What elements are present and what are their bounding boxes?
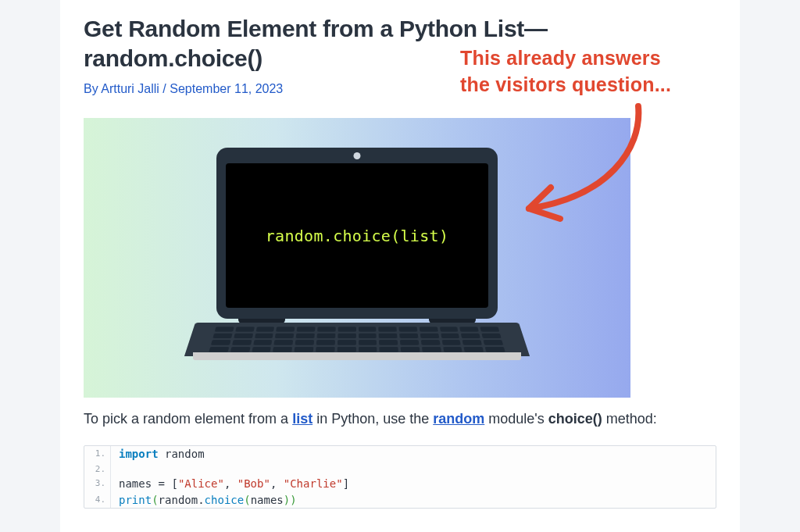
key-icon	[441, 340, 461, 345]
laptop-keyboard-deck	[184, 323, 530, 356]
code-line: 4print(random.choice(names))	[84, 492, 716, 508]
line-number: 1	[84, 446, 111, 462]
code-token: "Charlie"	[284, 477, 343, 490]
intro-text: in Python, use the	[312, 411, 433, 427]
code-token: ,	[270, 477, 284, 490]
key-icon	[420, 327, 438, 331]
code-token: =	[159, 477, 172, 490]
intro-paragraph: To pick a random element from a list in …	[84, 409, 716, 430]
code-line: 1import random	[84, 446, 716, 462]
laptop-lid: random.choice(list)	[216, 148, 498, 319]
key-icon	[380, 347, 398, 352]
key-icon	[209, 347, 229, 352]
key-icon	[316, 334, 335, 338]
laptop-illustration: random.choice(list)	[216, 148, 498, 379]
key-icon	[215, 327, 234, 331]
key-icon	[295, 347, 314, 352]
code-content: print(random.choice(names))	[111, 492, 305, 508]
key-icon	[460, 327, 479, 331]
code-token: ]	[343, 477, 349, 490]
key-icon	[273, 347, 292, 352]
key-icon	[420, 334, 439, 338]
key-icon	[484, 340, 503, 345]
code-token: random.	[159, 494, 205, 506]
key-icon	[212, 334, 232, 338]
key-icon	[399, 334, 418, 338]
code-content: import random	[111, 446, 212, 462]
intro-text: method:	[602, 411, 657, 427]
laptop-base-lip	[193, 352, 521, 360]
key-icon	[296, 334, 315, 338]
key-icon	[443, 347, 462, 352]
line-number: 2	[84, 462, 111, 476]
key-icon	[275, 334, 294, 338]
key-icon	[317, 327, 335, 331]
code-content: names = ["Alice", "Bob", "Charlie"]	[111, 476, 357, 491]
key-icon	[338, 334, 356, 338]
code-token: "Bob"	[238, 477, 270, 490]
key-icon	[276, 327, 295, 331]
link-random[interactable]: random	[433, 411, 484, 427]
code-token: [	[171, 477, 177, 490]
code-token: "Alice"	[178, 477, 224, 490]
link-list[interactable]: list	[292, 411, 312, 427]
key-icon	[480, 327, 500, 331]
code-content	[111, 462, 127, 476]
code-line: 2	[84, 462, 716, 476]
annotation-line: This already answers	[460, 45, 734, 72]
annotation-line: the visitors question...	[460, 72, 734, 98]
key-icon	[255, 327, 274, 331]
key-icon	[379, 334, 398, 338]
key-icon	[230, 347, 251, 352]
key-icon	[461, 334, 480, 338]
code-token: names	[251, 494, 284, 506]
key-icon	[235, 327, 254, 331]
key-icon	[337, 347, 355, 352]
key-icon	[464, 347, 484, 352]
author-link[interactable]: Artturi Jalli	[101, 82, 159, 95]
key-icon	[232, 340, 252, 345]
key-icon	[255, 334, 274, 338]
intro-bold: choice()	[548, 411, 602, 427]
key-icon	[253, 340, 273, 345]
key-icon	[359, 334, 377, 338]
key-icon	[379, 340, 398, 345]
key-icon	[422, 347, 441, 352]
code-token: print	[119, 494, 152, 506]
byline-sep: /	[159, 82, 170, 95]
code-token: random	[159, 448, 205, 460]
key-icon	[295, 340, 314, 345]
annotation-callout: This already answers the visitors questi…	[460, 45, 734, 98]
code-token: )	[284, 494, 290, 506]
key-icon	[399, 327, 418, 331]
intro-text: To pick a random element from a	[84, 411, 292, 427]
camera-dot-icon	[354, 152, 361, 159]
key-icon	[441, 334, 460, 338]
screen-code-text: random.choice(list)	[266, 227, 448, 245]
key-icon	[379, 327, 397, 331]
code-token: ,	[224, 477, 238, 490]
line-number: 3	[84, 476, 111, 491]
code-token: (	[152, 494, 158, 506]
key-icon	[359, 347, 377, 352]
code-token: import	[119, 448, 159, 460]
key-icon	[485, 347, 505, 352]
key-icon	[400, 340, 419, 345]
key-icon	[274, 340, 294, 345]
key-icon	[401, 347, 420, 352]
laptop-screen: random.choice(list)	[226, 163, 488, 308]
code-token: choice	[205, 494, 245, 506]
keyboard-keys	[209, 327, 505, 352]
code-token: )	[290, 494, 296, 506]
key-icon	[462, 340, 482, 345]
code-token: (	[244, 494, 250, 506]
date-link[interactable]: September 11, 2023	[170, 82, 283, 95]
key-icon	[252, 347, 271, 352]
key-icon	[316, 340, 335, 345]
intro-text: module's	[484, 411, 548, 427]
byline-prefix: By	[84, 82, 101, 95]
key-icon	[338, 327, 355, 331]
article-page: Get Random Element from a Python List—ra…	[60, 0, 740, 532]
code-token: names	[119, 477, 159, 490]
code-line: 3names = ["Alice", "Bob", "Charlie"]	[84, 476, 716, 491]
